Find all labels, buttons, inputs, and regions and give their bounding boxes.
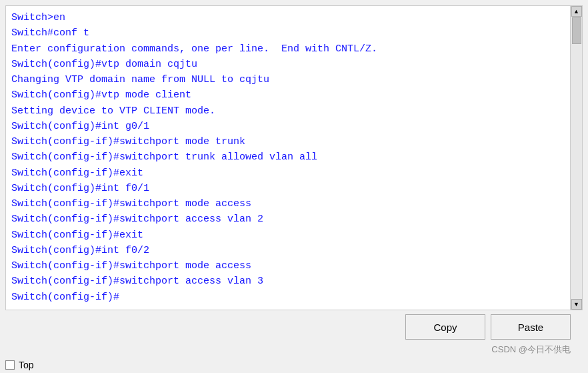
terminal-line: Switch(config-if)#exit [11,228,565,243]
top-label: Top [19,360,34,370]
terminal-line: Switch(config-if)# [11,290,565,305]
scrollbar-down-button[interactable]: ▼ [571,299,582,310]
scrollbar-area: ▲ ▼ [570,6,582,310]
terminal-line: Switch(config)#int f0/2 [11,243,565,258]
watermark-text: CSDN @今日不供电 [491,344,571,356]
terminal-line: Switch(config)#int f0/1 [11,181,565,196]
top-checkbox[interactable] [5,360,15,370]
terminal-line: Switch>en [11,10,565,25]
button-bar: Copy Paste [0,310,588,342]
terminal-line: Switch(config-if)#switchport mode access [11,258,565,274]
terminal-wrapper: Switch>enSwitch#conf tEnter configuratio… [5,5,583,310]
terminal-line: Switch(config)#vtp mode client [11,87,565,103]
terminal-line: Switch(config-if)#switchport mode access [11,196,565,212]
scrollbar-track [571,17,582,299]
terminal-line: Switch#conf t [11,25,565,41]
terminal-line: Switch(config)#int g0/1 [11,119,565,134]
terminal-line: Switch(config-if)#switchport trunk allow… [11,149,565,165]
terminal-line: Changing VTP domain name from NULL to cq… [11,72,565,87]
copy-button[interactable]: Copy [405,314,485,340]
main-container: Switch>enSwitch#conf tEnter configuratio… [0,0,588,373]
terminal-line: Switch(config-if)#switchport access vlan… [11,212,565,227]
terminal-line: Enter configuration commands, one per li… [11,41,565,57]
terminal-content[interactable]: Switch>enSwitch#conf tEnter configuratio… [6,6,570,310]
terminal-line: Setting device to VTP CLIENT mode. [11,103,565,119]
scrollbar-thumb[interactable] [572,17,581,44]
terminal-line: Switch(config-if)#switchport mode trunk [11,134,565,149]
terminal-line: Switch(config-if)#exit [11,165,565,181]
terminal-line: Switch(config)#vtp domain cqjtu [11,57,565,72]
watermark-bar: CSDN @今日不供电 [0,342,588,358]
scrollbar-up-button[interactable]: ▲ [571,6,582,17]
terminal-line: Switch(config-if)#switchport access vlan… [11,274,565,289]
paste-button[interactable]: Paste [491,314,571,340]
bottom-bar: Top [0,358,588,373]
